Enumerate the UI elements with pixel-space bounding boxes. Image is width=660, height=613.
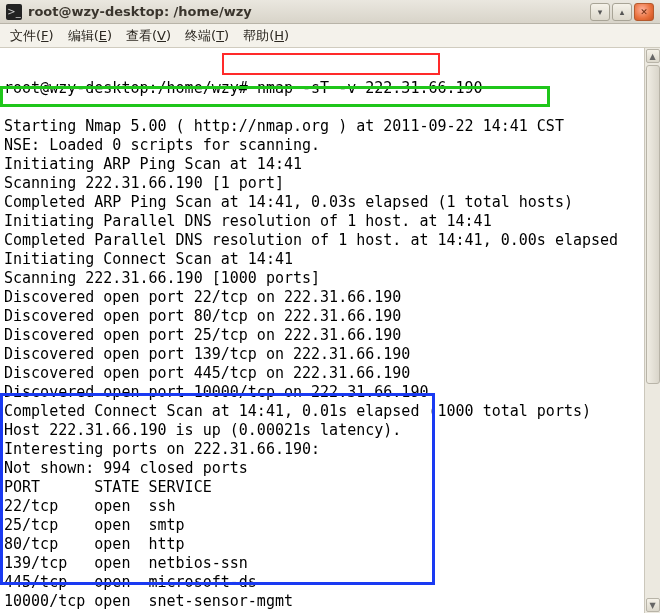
out-line: NSE: Loaded 0 scripts for scanning. [4,136,320,154]
out-line: 25/tcp open smtp [4,516,185,534]
menu-view[interactable]: 查看(V) [120,25,177,47]
out-line: Initiating ARP Ping Scan at 14:41 [4,155,302,173]
out-line: PORT STATE SERVICE [4,478,212,496]
menu-help[interactable]: 帮助(H) [237,25,295,47]
out-line: Completed Parallel DNS resolution of 1 h… [4,231,618,249]
out-line: Completed ARP Ping Scan at 14:41, 0.03s … [4,193,573,211]
out-line: Not shown: 994 closed ports [4,459,248,477]
out-line: 139/tcp open netbios-ssn [4,554,248,572]
out-line: Discovered open port 445/tcp on 222.31.6… [4,364,410,382]
out-line: Starting Nmap 5.00 ( http://nmap.org ) a… [4,117,564,135]
out-line: 22/tcp open ssh [4,497,176,515]
window-titlebar: >_ root@wzy-desktop: /home/wzy ▾ ▴ ✕ [0,0,660,24]
out-line: Initiating Parallel DNS resolution of 1 … [4,212,492,230]
out-line: Scanning 222.31.66.190 [1 port] [4,174,284,192]
minimize-button[interactable]: ▾ [590,3,610,21]
out-line: Discovered open port 80/tcp on 222.31.66… [4,307,401,325]
out-line: 80/tcp open http [4,535,185,553]
scroll-down-button[interactable]: ▼ [646,598,660,612]
window-title: root@wzy-desktop: /home/wzy [28,4,590,19]
scroll-thumb[interactable] [646,65,660,384]
out-line: Discovered open port 139/tcp on 222.31.6… [4,345,410,363]
out-line: 445/tcp open microsoft-ds [4,573,257,591]
out-line: Scanning 222.31.66.190 [1000 ports] [4,269,320,287]
prompt: root@wzy-desktop:/home/wzy# [4,79,257,97]
terminal-output[interactable]: root@wzy-desktop:/home/wzy# nmap -sT -v … [0,48,644,613]
out-line: Host 222.31.66.190 is up (0.00021s laten… [4,421,401,439]
maximize-button[interactable]: ▴ [612,3,632,21]
vertical-scrollbar: ▲ ▼ [644,48,660,613]
command-text: nmap -sT -v 222.31.66.190 [257,79,483,97]
annotation-command-box [222,53,440,75]
menu-edit[interactable]: 编辑(E) [62,25,118,47]
menu-file[interactable]: 文件(F) [4,25,60,47]
close-button[interactable]: ✕ [634,3,654,21]
out-line: Completed Connect Scan at 14:41, 0.01s e… [4,402,591,420]
out-line: Discovered open port 10000/tcp on 222.31… [4,383,428,401]
out-line: Initiating Connect Scan at 14:41 [4,250,293,268]
scroll-track[interactable] [646,65,660,596]
out-line: Interesting ports on 222.31.66.190: [4,440,320,458]
window-buttons: ▾ ▴ ✕ [590,3,654,21]
scroll-up-button[interactable]: ▲ [646,49,660,63]
out-line: Discovered open port 22/tcp on 222.31.66… [4,288,401,306]
menu-terminal[interactable]: 终端(T) [179,25,235,47]
menubar: 文件(F) 编辑(E) 查看(V) 终端(T) 帮助(H) [0,24,660,48]
out-line: Discovered open port 25/tcp on 222.31.66… [4,326,401,344]
out-line: 10000/tcp open snet-sensor-mgmt [4,592,293,610]
terminal-icon: >_ [6,4,22,20]
